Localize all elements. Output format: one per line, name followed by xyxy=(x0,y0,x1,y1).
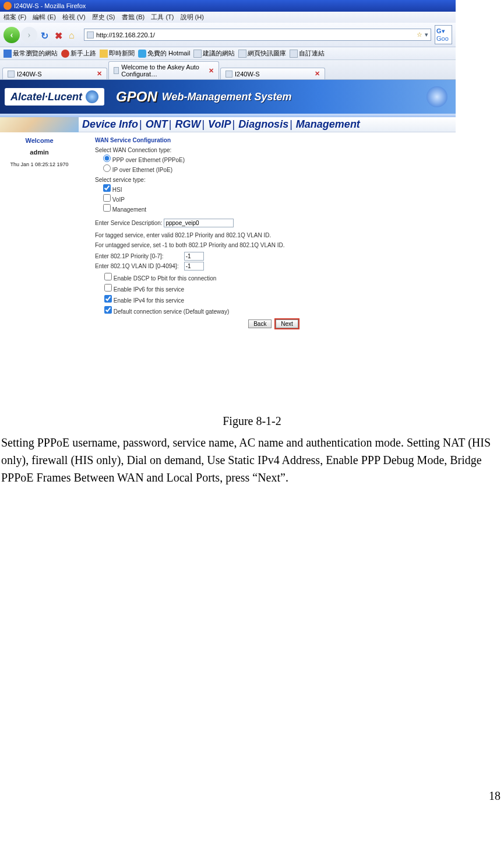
screenshot-container: I240W-S - Mozilla Firefox 檔案 (F) 編輯 (E) … xyxy=(0,0,456,404)
next-button[interactable]: Next xyxy=(276,319,298,328)
checkbox-ipv6-label: Enable IPv6 for this service xyxy=(114,286,184,293)
page-body: Welcome admin Thu Jan 1 08:25:12 1970 De… xyxy=(0,117,456,404)
checkbox-default-gw[interactable] xyxy=(104,306,112,314)
bookmarks-toolbar: 最常瀏覽的網站 新手上路 即時新聞 免費的 Hotmail 建議的網站 網頁快訊… xyxy=(0,47,456,60)
search-placeholder: Goo xyxy=(436,35,449,42)
checkbox-voip-label: VoIP xyxy=(112,196,125,203)
back-button[interactable]: ‹ xyxy=(3,27,20,43)
page-icon xyxy=(114,67,119,74)
tab-3[interactable]: I240W-S ✕ xyxy=(220,68,325,79)
nav-tabs: Device Info| ONT| RGW| VoIP| Diagnosis| … xyxy=(79,117,456,132)
checkbox-ipv4[interactable] xyxy=(104,295,112,303)
tab-device-info[interactable]: Device Info xyxy=(82,118,138,130)
tab-ont[interactable]: ONT xyxy=(146,118,168,130)
menu-history[interactable]: 歷史 (S) xyxy=(92,13,115,20)
checkbox-hsi-label: HSI xyxy=(112,187,122,193)
hint-untagged: For untagged service, set -1 to both 802… xyxy=(95,242,452,248)
prio-input[interactable] xyxy=(184,252,204,261)
radio-pppoe[interactable] xyxy=(103,154,111,162)
svc-type-label: Select service type: xyxy=(95,177,452,183)
dropdown-icon[interactable]: ▾ xyxy=(425,31,428,38)
checkbox-dscp-label: Enable DSCP to Pbit for this connection xyxy=(114,275,217,282)
close-icon[interactable]: ✕ xyxy=(209,67,214,75)
checkbox-voip[interactable] xyxy=(103,194,111,202)
body-paragraph: Setting PPPoE username, password, servic… xyxy=(0,434,504,486)
vlan-input[interactable] xyxy=(184,262,204,271)
date-label: Thu Jan 1 08:25:12 1970 xyxy=(0,161,79,167)
desc-input[interactable] xyxy=(164,219,234,227)
banner-subtitle: Web-Management System xyxy=(162,91,292,103)
stop-icon[interactable]: ✖ xyxy=(55,30,64,40)
checkbox-hsi[interactable] xyxy=(103,184,111,192)
bookmark-getting-started[interactable]: 新手上路 xyxy=(61,49,96,58)
vlan-label: Enter 802.1Q VLAN ID [0-4094]: xyxy=(95,263,182,269)
radio-ipoe[interactable] xyxy=(103,164,111,172)
tab-diagnosis[interactable]: Diagnosis xyxy=(238,118,288,130)
bookmark-custom[interactable]: 自訂連結 xyxy=(290,49,325,58)
tab-2[interactable]: Welcome to the Askey Auto Configurat… ✕ xyxy=(108,61,219,79)
tab-label: I240W-S xyxy=(235,71,311,78)
menu-bookmarks[interactable]: 書籤 (B) xyxy=(122,13,145,20)
back-button[interactable]: Back xyxy=(248,319,272,328)
menubar[interactable]: 檔案 (F) 編輯 (E) 檢視 (V) 歷史 (S) 書籤 (B) 工具 (T… xyxy=(0,12,456,23)
wan-config-form: WAN Service Configuration Select WAN Con… xyxy=(79,132,452,404)
forward-button[interactable]: › xyxy=(21,27,37,43)
tab-label: I240W-S xyxy=(17,71,93,78)
page-icon xyxy=(225,71,232,78)
tab-1[interactable]: I240W-S ✕ xyxy=(2,68,107,79)
sidebar: Welcome admin Thu Jan 1 08:25:12 1970 xyxy=(0,117,79,404)
window-titlebar: I240W-S - Mozilla Firefox xyxy=(0,0,456,12)
nav-toolbar: ‹ › ↻ ✖ ⌂ http://192.168.220.1/ ☆ ▾ G▾ G… xyxy=(0,23,456,47)
checkbox-ipv6[interactable] xyxy=(104,284,112,291)
tab-voip[interactable]: VoIP xyxy=(208,118,231,130)
sidebar-image xyxy=(0,117,79,132)
menu-file[interactable]: 檔案 (F) xyxy=(3,13,26,20)
figure-caption: Figure 8-1-2 xyxy=(0,415,504,428)
form-heading: WAN Service Configuration xyxy=(95,137,452,143)
content-area: Device Info| ONT| RGW| VoIP| Diagnosis| … xyxy=(79,117,456,404)
button-row: Back Next xyxy=(95,319,452,328)
desc-label: Enter Service Description: xyxy=(95,220,163,226)
prio-label: Enter 802.1P Priority [0-7]: xyxy=(95,253,182,259)
menu-view[interactable]: 檢視 (V) xyxy=(62,13,86,20)
close-icon[interactable]: ✕ xyxy=(97,70,102,78)
search-input[interactable]: G▾ Goo xyxy=(435,25,452,44)
close-icon[interactable]: ✕ xyxy=(315,70,320,78)
globe-icon xyxy=(427,86,447,107)
tab-label: Welcome to the Askey Auto Configurat… xyxy=(121,64,205,78)
firefox-icon xyxy=(3,2,12,10)
bookmark-news[interactable]: 即時新聞 xyxy=(100,49,135,58)
bookmark-suggested[interactable]: 建議的網站 xyxy=(193,49,235,58)
user-label: admin xyxy=(0,149,79,156)
tab-management[interactable]: Management xyxy=(296,118,360,130)
bookmark-webslice[interactable]: 網頁快訊圖庫 xyxy=(238,49,286,58)
checkbox-default-gw-label: Default connection service (Default gate… xyxy=(114,308,229,315)
reload-icon[interactable]: ↻ xyxy=(41,30,50,40)
brand-orb-icon xyxy=(86,90,98,103)
tab-strip: I240W-S ✕ Welcome to the Askey Auto Conf… xyxy=(0,60,456,80)
radio-ipoe-label: IP over Ethernet (IPoE) xyxy=(112,167,172,173)
brand-logo: Alcatel·Lucent xyxy=(5,88,104,106)
bookmark-star-icon[interactable]: ☆ xyxy=(417,31,422,38)
menu-tools[interactable]: 工具 (T) xyxy=(151,13,174,20)
checkbox-mgmt[interactable] xyxy=(103,204,111,212)
tab-rgw[interactable]: RGW xyxy=(175,118,200,130)
home-icon[interactable]: ⌂ xyxy=(69,30,78,40)
radio-pppoe-label: PPP over Ethernet (PPPoE) xyxy=(112,157,185,163)
gpon-title: GPON xyxy=(116,89,157,105)
url-input[interactable]: http://192.168.220.1/ ☆ ▾ xyxy=(84,29,431,41)
page-banner: Alcatel·Lucent GPON Web-Management Syste… xyxy=(0,80,456,114)
welcome-label: Welcome xyxy=(0,137,79,144)
page-icon xyxy=(8,71,15,78)
window-title: I240W-S - Mozilla Firefox xyxy=(14,2,86,9)
menu-edit[interactable]: 編輯 (E) xyxy=(33,13,56,20)
bookmark-mostvisited[interactable]: 最常瀏覽的網站 xyxy=(3,49,58,58)
bookmark-hotmail[interactable]: 免費的 Hotmail xyxy=(138,49,190,58)
menu-help[interactable]: 說明 (H) xyxy=(181,13,204,20)
checkbox-mgmt-label: Management xyxy=(112,206,146,213)
checkbox-dscp[interactable] xyxy=(104,273,112,280)
url-text: http://192.168.220.1/ xyxy=(96,31,155,38)
page-icon xyxy=(87,31,94,38)
checkbox-ipv4-label: Enable IPv4 for this service xyxy=(114,297,184,304)
page-number: 18 xyxy=(0,789,504,803)
